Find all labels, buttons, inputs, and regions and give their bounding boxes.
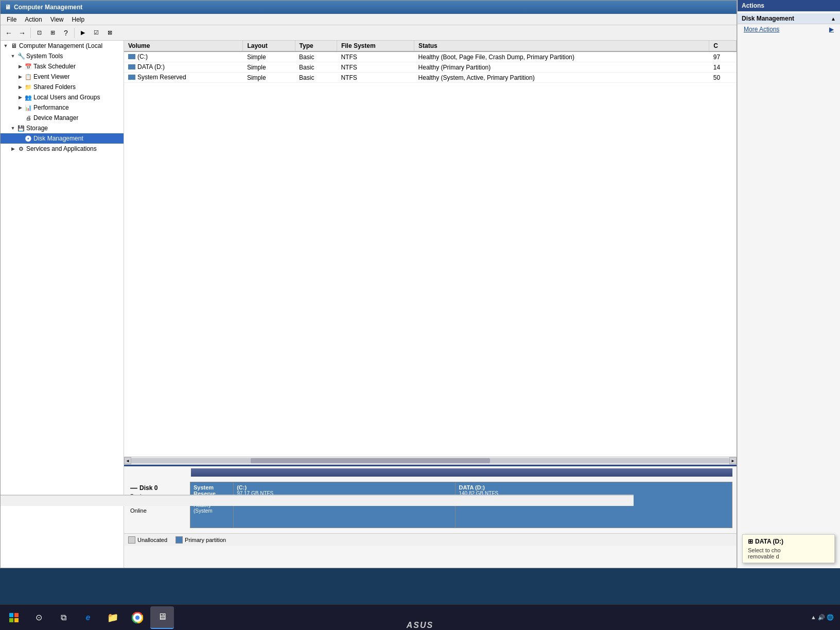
explorer-button[interactable]: 📁: [101, 606, 125, 629]
search-button[interactable]: ⊙: [27, 606, 50, 629]
cell-volume-sysres: System Reserved: [124, 73, 243, 83]
run-button[interactable]: ▶: [77, 27, 89, 39]
task-view-button[interactable]: ⧉: [51, 606, 75, 629]
actions-section-disk-label: Disk Management: [742, 15, 794, 22]
col-status[interactable]: Status: [414, 41, 709, 51]
tree-item-storage[interactable]: ▼ 💾 Storage: [1, 123, 124, 133]
col-type[interactable]: Type: [295, 41, 337, 51]
start-button[interactable]: [2, 606, 26, 629]
expand-computer-management: ▼: [3, 43, 9, 49]
tooltip-icon: ⊞: [748, 538, 753, 545]
cell-volume-c: (C:): [124, 51, 243, 62]
toolbar-separator-1: [30, 28, 31, 38]
content-area: ▼ 🖥 Computer Management (Local ▼ 🔧 Syste…: [1, 41, 737, 568]
tree-item-event-viewer[interactable]: ▶ 📋 Event Viewer: [1, 72, 124, 82]
cell-layout-d: Simple: [243, 62, 295, 73]
tree-label-system-tools: System Tools: [26, 52, 63, 60]
tooltip-popup: ⊞ DATA (D:) Select to cho removable d: [742, 534, 835, 563]
legend-unallocated-color: [128, 536, 135, 544]
table-row[interactable]: DATA (D:) Simple Basic NTFS Healthy (Pri…: [124, 62, 737, 73]
tree-item-performance[interactable]: ▶ 📊 Performance: [1, 102, 124, 113]
expand-system-tools: ▼: [10, 53, 16, 59]
expand-task-scheduler: ▶: [17, 63, 23, 69]
disk-header-bar: [191, 468, 732, 477]
tooltip-popup-line2: removable d: [748, 553, 829, 559]
tree-item-system-tools[interactable]: ▼ 🔧 System Tools: [1, 51, 124, 61]
scrollbar-track: [131, 458, 729, 463]
tree-item-services-apps[interactable]: ▶ ⚙ Services and Applications: [1, 144, 124, 154]
cell-type-d: Basic: [295, 62, 337, 73]
asus-logo: ASUS: [407, 621, 433, 630]
menu-view[interactable]: View: [46, 15, 68, 24]
legend-primary: Primary partition: [176, 536, 226, 544]
storage-icon: 💾: [17, 124, 25, 132]
title-bar: 🖥 Computer Management: [1, 1, 737, 14]
tree-item-computer-management[interactable]: ▼ 🖥 Computer Management (Local: [1, 41, 124, 51]
device-manager-icon: 🖨: [24, 114, 32, 122]
disk-view: — Disk 0 Basic 238.47 GB Online System R…: [124, 465, 737, 568]
back-button[interactable]: ←: [3, 27, 15, 39]
menu-file[interactable]: File: [3, 15, 21, 24]
svg-rect-3: [14, 618, 19, 622]
cell-cap-sysres: 50: [709, 73, 737, 83]
tray-icons: ▲ 🔊 🌐: [811, 614, 834, 621]
tree-item-device-manager[interactable]: 🖨 Device Manager: [1, 113, 124, 123]
table-area[interactable]: Volume Layout Type File System Status C: [124, 41, 737, 457]
local-users-icon: 👥: [24, 93, 32, 101]
taskbar: ⊙ ⧉ e 📁 🖥 ▲ 🔊 🌐 ASUS: [0, 604, 840, 630]
tree-item-local-users[interactable]: ▶ 👥 Local Users and Groups: [1, 92, 124, 102]
tree-label-task-scheduler: Task Scheduler: [33, 63, 76, 70]
tree-item-disk-management[interactable]: 💿 Disk Management: [1, 133, 124, 144]
up-button[interactable]: ⊡: [33, 27, 45, 39]
menu-help[interactable]: Help: [68, 15, 89, 24]
scrollbar-thumb[interactable]: [251, 458, 490, 463]
performance-icon: 📊: [24, 103, 32, 112]
edge-button[interactable]: e: [76, 606, 100, 629]
tree-item-task-scheduler[interactable]: ▶ 📅 Task Scheduler: [1, 61, 124, 72]
col-layout[interactable]: Layout: [243, 41, 295, 51]
forward-button[interactable]: →: [16, 27, 28, 39]
shared-folders-icon: 📁: [24, 83, 32, 91]
help-button[interactable]: ?: [60, 27, 72, 39]
chrome-button[interactable]: [126, 606, 149, 629]
toolbar-separator-2: [74, 28, 75, 38]
table-row[interactable]: (C:) Simple Basic NTFS Healthy (Boot, Pa…: [124, 51, 737, 62]
tree-panel: ▼ 🖥 Computer Management (Local ▼ 🔧 Syste…: [1, 41, 124, 568]
col-filesystem[interactable]: File System: [337, 41, 414, 51]
disk-management-icon: 💿: [24, 134, 32, 143]
actions-panel: Actions Disk Management ▲ More Actions ▶: [737, 0, 840, 568]
disk-status: Online: [130, 507, 188, 514]
tree-item-shared-folders[interactable]: ▶ 📁 Shared Folders: [1, 82, 124, 92]
scroll-right-btn[interactable]: ►: [729, 457, 737, 464]
horizontal-scrollbar[interactable]: ◄ ►: [124, 457, 737, 465]
cell-status-sysres: Healthy (System, Active, Primary Partiti…: [414, 73, 709, 83]
stop-button[interactable]: ⊠: [103, 27, 116, 39]
table-row[interactable]: System Reserved Simple Basic NTFS Health…: [124, 73, 737, 83]
action-arrow-icon: ▶: [829, 26, 834, 33]
cell-layout-c: Simple: [243, 51, 295, 62]
task-scheduler-icon: 📅: [24, 62, 32, 71]
tree-label-shared-folders: Shared Folders: [33, 83, 76, 91]
expand-shared-folders: ▶: [17, 84, 23, 90]
check-button[interactable]: ☑: [90, 27, 102, 39]
menu-action[interactable]: Action: [21, 15, 46, 24]
compmgmt-button[interactable]: 🖥: [150, 606, 174, 629]
tree-label-event-viewer: Event Viewer: [33, 73, 69, 80]
col-capacity[interactable]: C: [709, 41, 737, 51]
right-panel: Volume Layout Type File System Status C: [124, 41, 737, 568]
cell-volume-d: DATA (D:): [124, 62, 243, 73]
col-volume[interactable]: Volume: [124, 41, 243, 51]
actions-section-disk-arrow: ▲: [831, 16, 836, 22]
action-more-actions[interactable]: More Actions ▶: [738, 24, 840, 34]
svg-point-5: [135, 616, 139, 620]
legend-primary-color: [176, 536, 183, 544]
expand-device-manager: [17, 115, 23, 121]
expand-performance: ▶: [17, 104, 23, 111]
show-hide-button[interactable]: ⊞: [46, 27, 59, 39]
scroll-left-btn[interactable]: ◄: [124, 457, 131, 464]
cell-status-c: Healthy (Boot, Page File, Crash Dump, Pr…: [414, 51, 709, 62]
tree-label-disk-management: Disk Management: [33, 135, 83, 142]
actions-section-title-disk[interactable]: Disk Management ▲: [738, 13, 840, 24]
cell-cap-c: 97: [709, 51, 737, 62]
disk-name: — Disk 0: [130, 484, 188, 492]
